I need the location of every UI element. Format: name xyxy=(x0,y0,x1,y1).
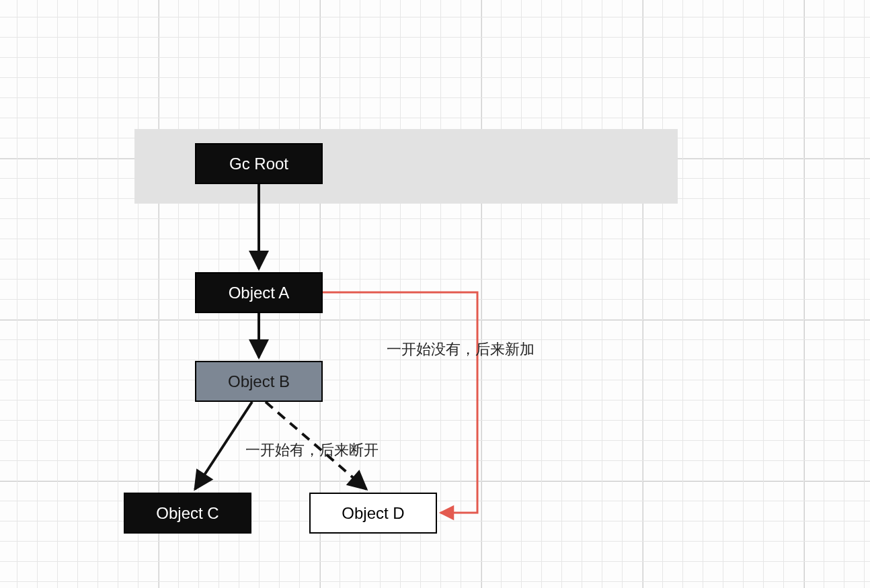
node-label: Gc Root xyxy=(229,155,288,173)
label-new-link: 一开始没有，后来新加 xyxy=(387,339,535,360)
node-object-a: Object A xyxy=(195,272,323,313)
node-label: Object A xyxy=(229,284,290,302)
label-broken-link: 一开始有，后来断开 xyxy=(245,440,379,460)
node-label: Object D xyxy=(342,504,404,523)
node-object-c: Object C xyxy=(124,493,251,534)
node-label: Object C xyxy=(156,504,219,523)
node-gc-root: Gc Root xyxy=(195,143,323,184)
node-object-d: Object D xyxy=(309,493,437,534)
edge-b-c xyxy=(195,402,252,489)
node-label: Object B xyxy=(228,372,290,391)
diagram-canvas: Gc Root Object A Object B Object C Objec… xyxy=(0,0,870,588)
node-object-b: Object B xyxy=(195,361,323,402)
edge-a-d xyxy=(323,292,477,513)
